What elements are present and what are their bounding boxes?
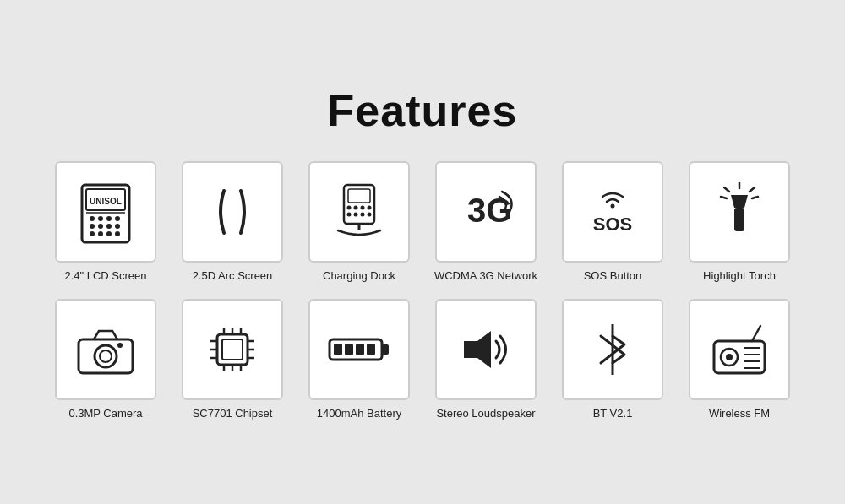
svg-point-25 — [368, 212, 372, 216]
svg-text:UNISOL: UNISOL — [90, 197, 122, 206]
icon-box-3g: 3G — [435, 161, 537, 263]
feature-battery: 1400mAh Battery — [300, 299, 418, 420]
svg-point-38 — [95, 345, 117, 367]
svg-point-18 — [347, 205, 352, 209]
icon-box-bt — [562, 299, 663, 400]
svg-line-34 — [724, 187, 729, 192]
label-speaker: Stereo Loudspeaker — [436, 407, 535, 420]
label-camera: 0.3MP Camera — [68, 407, 142, 420]
svg-rect-56 — [382, 344, 389, 355]
page-title: Features — [328, 85, 518, 136]
label-chipset: SC7701 Chipset — [193, 407, 273, 420]
svg-line-35 — [752, 197, 758, 198]
feature-lcd-screen: UNISOL 2.4" LCD Screen — [46, 161, 165, 282]
wcdma-icon: 3G — [452, 178, 520, 246]
svg-point-5 — [98, 216, 103, 221]
label-lcd-screen: 2.4" LCD Screen — [64, 269, 146, 282]
label-charging-dock: Charging Dock — [323, 269, 395, 282]
svg-point-28 — [611, 203, 615, 208]
svg-line-70 — [752, 326, 760, 341]
svg-rect-57 — [334, 344, 342, 355]
torch-icon — [706, 178, 773, 246]
svg-point-24 — [361, 212, 365, 216]
feature-torch: Highlight Torch — [680, 161, 799, 282]
label-battery: 1400mAh Battery — [317, 407, 401, 420]
label-torch: Highlight Torch — [703, 269, 776, 282]
svg-point-10 — [106, 224, 112, 229]
label-bluetooth: BT V2.1 — [593, 407, 633, 420]
label-fm: Wireless FM — [709, 407, 770, 420]
feature-camera: 0.3MP Camera — [46, 299, 165, 420]
icon-box-torch — [689, 161, 790, 263]
svg-point-65 — [726, 354, 733, 360]
svg-rect-30 — [734, 208, 744, 231]
svg-point-6 — [106, 216, 112, 221]
feature-speaker: Stereo Loudspeaker — [427, 299, 545, 420]
icon-box-dock — [308, 161, 410, 263]
svg-rect-0 — [82, 185, 129, 242]
icon-box-arc — [182, 161, 283, 263]
features-grid: UNISOL 2.4" LCD Screen — [46, 161, 799, 420]
svg-point-9 — [98, 224, 103, 229]
feature-fm: Wireless FM — [680, 299, 799, 420]
svg-line-36 — [721, 197, 727, 198]
svg-point-23 — [354, 212, 358, 216]
icon-box-battery — [308, 299, 410, 400]
arc-screen-icon — [199, 178, 266, 246]
svg-point-39 — [100, 350, 112, 362]
svg-rect-59 — [356, 344, 364, 355]
svg-rect-42 — [222, 339, 243, 360]
icon-box-fm — [689, 299, 790, 400]
svg-marker-61 — [464, 331, 491, 368]
icon-box-speaker — [435, 299, 537, 400]
svg-point-40 — [117, 343, 123, 348]
feature-bluetooth: BT V2.1 — [553, 299, 672, 420]
chipset-icon — [199, 316, 266, 383]
feature-charging-dock: Charging Dock — [300, 161, 418, 282]
feature-wcdma: 3G WCDMA 3G Network — [427, 161, 545, 282]
icon-box-sos: SOS — [562, 161, 663, 263]
bluetooth-icon — [579, 316, 646, 383]
speaker-icon — [452, 316, 520, 383]
label-wcdma: WCDMA 3G Network — [434, 269, 537, 282]
fm-icon — [706, 316, 773, 383]
label-arc-screen: 2.5D Arc Screen — [193, 269, 273, 282]
feature-chipset: SC7701 Chipset — [173, 299, 292, 420]
svg-point-20 — [361, 205, 365, 209]
label-sos: SOS Button — [584, 269, 642, 282]
svg-point-14 — [106, 231, 112, 236]
svg-point-12 — [90, 231, 95, 236]
lcd-screen-icon: UNISOL — [72, 178, 139, 246]
svg-marker-31 — [731, 195, 748, 208]
svg-point-15 — [115, 231, 120, 236]
icon-box-camera — [55, 299, 156, 400]
svg-rect-17 — [348, 189, 370, 203]
feature-arc-screen: 2.5D Arc Screen — [173, 161, 292, 282]
icon-box-lcd: UNISOL — [55, 161, 156, 263]
icon-box-chip — [182, 299, 283, 400]
svg-rect-60 — [367, 344, 375, 355]
battery-icon — [325, 316, 393, 383]
svg-rect-58 — [345, 344, 353, 355]
svg-point-21 — [368, 205, 372, 209]
sos-icon: SOS — [579, 178, 646, 246]
svg-line-33 — [750, 187, 755, 192]
svg-point-11 — [115, 224, 120, 229]
svg-point-7 — [115, 216, 120, 221]
svg-point-4 — [90, 216, 95, 221]
svg-point-13 — [98, 231, 103, 236]
svg-point-19 — [354, 205, 358, 209]
svg-point-22 — [347, 212, 352, 216]
feature-sos: SOS SOS Button — [553, 161, 672, 282]
charging-dock-icon — [325, 178, 393, 246]
camera-icon — [72, 316, 139, 383]
svg-point-8 — [90, 224, 95, 229]
svg-text:SOS: SOS — [593, 214, 632, 235]
